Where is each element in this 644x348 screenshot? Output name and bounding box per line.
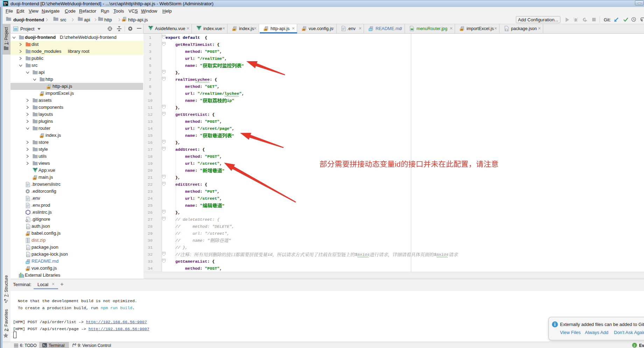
- svg-text:JS: JS: [47, 86, 50, 89]
- svg-text:{}: {}: [26, 247, 30, 250]
- svg-text:JS: JS: [33, 177, 36, 180]
- svg-text:JS: JS: [26, 268, 29, 271]
- svg-text:{}: {}: [505, 28, 508, 31]
- svg-text:JS: JS: [233, 28, 236, 31]
- svg-text:2: 2: [634, 344, 635, 347]
- svg-text:{}: {}: [26, 254, 30, 257]
- svg-text:{}: {}: [26, 226, 30, 229]
- svg-text:MD: MD: [26, 262, 29, 264]
- svg-text:JS: JS: [264, 28, 267, 31]
- svg-text:MD: MD: [369, 29, 372, 31]
- svg-text:WS: WS: [4, 2, 8, 4]
- svg-text:JS: JS: [40, 135, 43, 138]
- svg-text:JS: JS: [26, 233, 29, 236]
- svg-text:JS: JS: [460, 28, 463, 31]
- svg-text:JS: JS: [40, 93, 43, 96]
- svg-text:JS: JS: [122, 19, 125, 21]
- svg-text:JS: JS: [302, 28, 305, 31]
